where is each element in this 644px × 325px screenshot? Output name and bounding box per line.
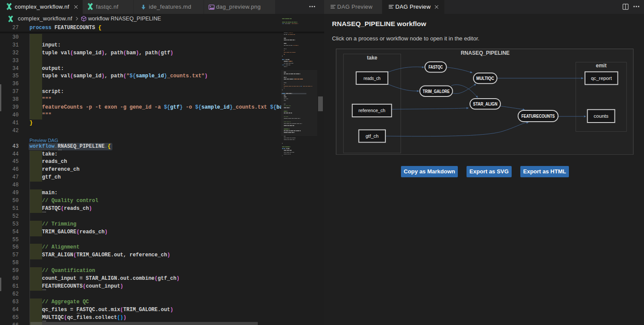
- svg-text:take: take: [367, 54, 377, 60]
- svg-text:FASTQC: FASTQC: [428, 64, 443, 70]
- svg-text:reference_ch: reference_ch: [358, 108, 385, 113]
- svg-text:qc_report: qc_report: [591, 76, 612, 81]
- svg-text:gtf_ch: gtf_ch: [365, 133, 378, 139]
- svg-text:MULTIQC: MULTIQC: [476, 76, 494, 81]
- svg-text:TRIM_GALORE: TRIM_GALORE: [423, 89, 450, 94]
- svg-text:emit: emit: [596, 63, 607, 69]
- svg-text:counts: counts: [594, 113, 608, 119]
- svg-text:FEATURECOUNTS: FEATURECOUNTS: [521, 113, 555, 119]
- svg-text:reads_ch: reads_ch: [364, 76, 381, 81]
- svg-text:STAR_ALIGN: STAR_ALIGN: [473, 101, 497, 106]
- svg-text:RNASEQ_PIPELINE: RNASEQ_PIPELINE: [460, 50, 509, 56]
